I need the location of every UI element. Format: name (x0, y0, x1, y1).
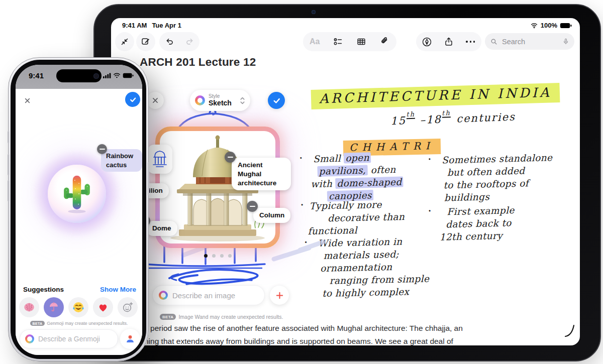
tag-column[interactable]: Column (253, 208, 290, 223)
undo-button[interactable] (161, 33, 178, 50)
image-wand-accept-button[interactable] (268, 92, 285, 109)
redo-button[interactable] (181, 33, 198, 50)
genmoji-preview (48, 165, 106, 223)
image-carousel-dots[interactable] (204, 254, 232, 258)
style-picker[interactable]: Style Sketch (190, 90, 250, 111)
pen-curl-stroke (563, 322, 578, 338)
ipad-status-date: Tue Apr 1 (152, 22, 181, 29)
describe-genmoji-field[interactable]: Describe a Genmoji (20, 329, 118, 348)
markup-button[interactable] (419, 33, 436, 50)
suggestion-umbrella-emoji[interactable] (44, 297, 64, 317)
collapse-toolbar-button[interactable] (115, 32, 134, 51)
remove-tag-column-button[interactable] (247, 201, 258, 212)
wifi-icon (113, 73, 121, 78)
heart-emoji-icon (97, 301, 109, 313)
close-icon (23, 96, 32, 105)
battery-icon (560, 23, 572, 29)
bullet-standalone: · Sometimes standalone but often added t… (435, 151, 554, 204)
rainbow-cactus-emoji (61, 174, 92, 214)
show-more-link[interactable]: Show More (100, 286, 136, 293)
checklist-icon (333, 37, 343, 47)
style-value: Sketch (209, 99, 236, 107)
suggestion-laughing-emoji[interactable] (68, 297, 88, 317)
checkmark-icon (272, 96, 281, 105)
iphone-device: 9:41 (8, 57, 149, 361)
handwritten-heading: ARCHITECTURE IN INDIA (311, 83, 560, 109)
attachment-button[interactable] (376, 33, 393, 50)
tag-dome[interactable]: Dome (146, 221, 177, 236)
suggestions-label: Suggestions (23, 286, 64, 293)
wifi-icon (530, 22, 538, 29)
add-image-source-button[interactable] (270, 286, 289, 305)
suggestion-heart-emoji[interactable] (93, 297, 113, 317)
paperclip-icon (380, 37, 390, 47)
search-icon (490, 38, 498, 46)
format-label: Aa (310, 37, 320, 46)
compose-note-button[interactable] (136, 32, 155, 51)
ipad-status-left: 9:41 AM Tue Apr 1 (122, 22, 181, 29)
search-placeholder: Search (502, 38, 558, 46)
describe-image-placeholder: Describe an image (172, 291, 258, 300)
table-icon (356, 37, 366, 47)
suggestion-new-emoji[interactable] (118, 297, 138, 317)
note-title: ARCH 201 Lecture 12 (140, 56, 256, 69)
sketch-thumbnail-icon (151, 149, 168, 170)
more-icon (466, 41, 475, 43)
ipad-device: 9:41 AM Tue Apr 1 100% Aa (93, 4, 601, 361)
iphone-status-icons (103, 73, 134, 78)
collapse-icon (116, 33, 133, 50)
share-button[interactable] (440, 33, 457, 50)
iphone-front-camera (93, 73, 99, 79)
genmoji-close-button[interactable] (20, 93, 35, 108)
ipad-status-time: 9:41 AM (122, 22, 147, 29)
tag-architecture[interactable]: Ancient Mughal architecture (232, 158, 291, 190)
dictation-mic-icon[interactable] (562, 37, 569, 46)
describe-genmoji-placeholder: Describe a Genmoji (38, 335, 113, 343)
suggestion-brain-emoji[interactable] (19, 297, 39, 317)
people-genmoji-button[interactable] (120, 329, 140, 349)
image-wand-close-button[interactable] (147, 92, 164, 109)
remove-tag-architecture-button[interactable] (225, 152, 236, 163)
plus-icon (275, 291, 284, 300)
ipad-status-right: 100% (530, 22, 572, 29)
checkmark-icon (129, 95, 137, 104)
note-paragraph: s period saw the rise of another feature… (144, 322, 463, 345)
note-paragraph-line2: ning that extends away from buildings an… (144, 335, 463, 345)
more-button[interactable] (462, 33, 479, 50)
image-wand-disclaimer: Image Wand may create unexpected results… (178, 314, 283, 320)
chevron-up-down-icon (240, 97, 245, 104)
bullet-first-example: · First example dates back to 12th centu… (435, 204, 515, 244)
volume-up-button (8, 154, 9, 175)
apple-intelligence-icon (25, 334, 34, 343)
table-button[interactable] (353, 33, 370, 50)
umbrella-emoji-icon (48, 301, 60, 313)
checklist-button[interactable] (330, 33, 347, 50)
dynamic-island (56, 69, 102, 82)
genmoji-accept-button[interactable] (125, 92, 140, 107)
genmoji-disclaimer: Genmoji may create unexpected results. (47, 321, 128, 326)
cellular-signal-icon (103, 73, 111, 78)
sketch-thumbnail[interactable] (147, 145, 172, 174)
person-icon (125, 333, 136, 344)
power-button (148, 162, 149, 195)
share-icon (444, 37, 454, 47)
ipad-notes-screen: 9:41 AM Tue Apr 1 100% Aa (111, 18, 580, 345)
search-field[interactable]: Search (485, 33, 574, 50)
note-paragraph-line1: s period saw the rise of another feature… (144, 322, 463, 335)
handwritten-dates: 15th–18thcenturies (390, 110, 516, 128)
beta-badge: BETA (160, 314, 176, 320)
laughing-emoji-icon (72, 301, 85, 314)
volume-down-button (8, 180, 9, 201)
markup-pen-icon (422, 37, 432, 47)
iphone-status-time: 9:41 (29, 71, 44, 80)
remove-genmoji-tag-button[interactable] (97, 144, 107, 154)
redo-icon (185, 37, 194, 47)
close-icon (151, 96, 160, 105)
describe-image-field[interactable]: Describe an image (152, 285, 265, 305)
genmoji-tag[interactable]: Rainbow cactus (101, 149, 142, 172)
battery-icon (123, 73, 134, 78)
format-button[interactable]: Aa (306, 33, 323, 50)
battery-percent: 100% (541, 22, 557, 29)
image-playground-style-icon (195, 95, 205, 105)
ipad-front-camera (312, 10, 316, 14)
